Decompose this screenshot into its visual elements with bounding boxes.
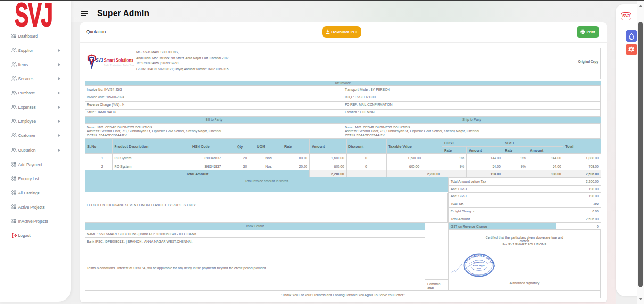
svg-text:East: East [477,267,481,270]
svg-text:Anna Nagar: Anna Nagar [473,264,485,267]
svg-text:*: * [469,263,470,265]
svg-text:Sriniketan: Sriniketan [474,262,484,264]
svg-text:*: * [487,263,488,265]
svg-text:Chennai-102: Chennai-102 [471,272,487,277]
